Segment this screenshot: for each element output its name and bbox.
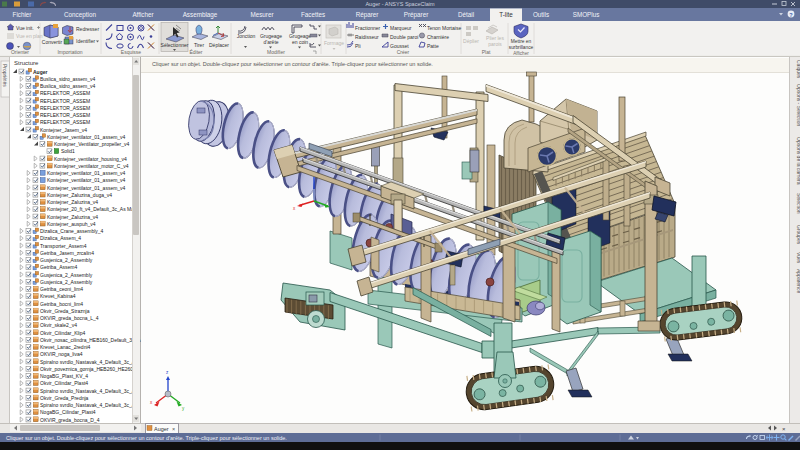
svg-text:Marqueur: Marqueur: [390, 25, 412, 31]
svg-text:Krevet_Kabina4: Krevet_Kabina4: [40, 293, 76, 299]
svg-text:Kontejner_Zaluzina_v4: Kontejner_Zaluzina_v4: [47, 214, 98, 220]
svg-text:Getriba_Jasem_zrcalin4: Getriba_Jasem_zrcalin4: [40, 250, 94, 256]
svg-text:Facettes: Facettes: [301, 11, 325, 18]
svg-text:Esquisse: Esquisse: [121, 49, 142, 55]
svg-text:Getriba_Assem4: Getriba_Assem4: [40, 264, 77, 270]
svg-text:REFLEKTOR_ASSEM: REFLEKTOR_ASSEM: [40, 112, 90, 118]
svg-text:Raidisseur: Raidisseur: [355, 34, 379, 40]
svg-text:Kontejner_20_ft_v4_Default_3c_: Kontejner_20_ft_v4_Default_3c_As Mac: [47, 206, 137, 212]
svg-text:Fichier: Fichier: [13, 11, 32, 18]
svg-text:Spiralno svrdlo_Nastavak_4_Def: Spiralno svrdlo_Nastavak_4_Default_3c_A: [40, 402, 136, 408]
svg-text:REFLEKTOR_ASSEM: REFLEKTOR_ASSEM: [40, 105, 90, 111]
svg-text:z: z: [166, 370, 169, 375]
svg-text:Outils: Outils: [533, 11, 549, 18]
svg-text:×: ×: [172, 426, 175, 432]
svg-text:Vue en plan: Vue en plan: [16, 33, 43, 39]
svg-text:Plat: Plat: [482, 49, 491, 55]
svg-text:Transporter_Assem4: Transporter_Assem4: [40, 243, 87, 249]
svg-text:Spiralno svrdlo_Nastavak_4_Def: Spiralno svrdlo_Nastavak_4_Default_3c_A: [40, 388, 136, 394]
svg-text:Buslica_sidro_assem_v4: Buslica_sidro_assem_v4: [40, 76, 96, 82]
svg-text:NogaBG_Cilindar_Plast4: NogaBG_Cilindar_Plast4: [40, 409, 96, 415]
svg-text:SMOPlus: SMOPlus: [573, 11, 600, 18]
svg-text:Kontejner_ventilator_housing_v: Kontejner_ventilator_housing_v4: [54, 156, 127, 162]
svg-text:Kontejner_ventilator_01_assem_: Kontejner_ventilator_01_assem_v4: [47, 177, 126, 183]
svg-text:Okvir_Cilindar_Klip4: Okvir_Cilindar_Klip4: [40, 330, 86, 336]
svg-text:Charnière: Charnière: [427, 34, 449, 40]
svg-text:Okvir_Greda_Prednja: Okvir_Greda_Prednja: [40, 395, 89, 401]
svg-text:Kontejner_ventilator_01_assem_: Kontejner_ventilator_01_assem_v4: [47, 134, 126, 140]
svg-text:REFLEKTOR_ASSEM: REFLEKTOR_ASSEM: [40, 98, 90, 104]
svg-text:Okvir_nosac_cilindra_HEB160_De: Okvir_nosac_cilindra_HEB160_Default_3c_A: [40, 337, 141, 343]
svg-text:Spiralno svrdlo_Nastavak_4_Def: Spiralno svrdlo_Nastavak_4_Default_3c_A: [40, 359, 136, 365]
svg-text:×: ×: [782, 426, 786, 432]
svg-text:Mesurer: Mesurer: [250, 11, 273, 18]
svg-text:Tirer: Tirer: [194, 42, 204, 48]
svg-text:Dizalica_Crane_assembly_4: Dizalica_Crane_assembly_4: [40, 228, 104, 234]
svg-text:Krevet_Lanac_2redni4: Krevet_Lanac_2redni4: [40, 344, 91, 350]
svg-text:Afficher: Afficher: [132, 11, 153, 18]
svg-text:REFLEKTOR_ASSEM: REFLEKTOR_ASSEM: [40, 90, 90, 96]
svg-text:REFLEKTOR_ASSEM: REFLEKTOR_ASSEM: [40, 119, 90, 125]
svg-text:Sélection: Sélection: [796, 193, 800, 214]
svg-text:Formage: Formage: [324, 40, 344, 46]
svg-text:d'arête: d'arête: [263, 39, 278, 45]
svg-text:Modifier: Modifier: [267, 49, 285, 55]
svg-text:Tenon Mortaise: Tenon Mortaise: [427, 25, 461, 31]
svg-text:Kontejner_ventilator_01_assem_: Kontejner_ventilator_01_assem_v4: [47, 170, 126, 176]
svg-text:Kontejner_auspuh_v4: Kontejner_auspuh_v4: [47, 221, 96, 227]
svg-text:Options de la caméra: Options de la caméra: [796, 137, 800, 185]
svg-text:Importation: Importation: [57, 49, 82, 55]
svg-text:Mettre en: Mettre en: [511, 39, 532, 44]
svg-text:y: y: [182, 406, 185, 411]
svg-text:Réparer: Réparer: [356, 11, 379, 19]
svg-text:Okvir_poveznica_gornja_HEB260_: Okvir_poveznica_gornja_HEB260_HE260B: [40, 366, 137, 372]
svg-text:Gusjenica_2_Assembly: Gusjenica_2_Assembly: [40, 272, 93, 278]
svg-text:Afficher: Afficher: [513, 51, 529, 56]
svg-text:Sélectionner: Sélectionner: [161, 42, 189, 48]
svg-text:Jonction: Jonction: [237, 33, 256, 39]
svg-text:OKVIR_greda_bocna_D_4: OKVIR_greda_bocna_D_4: [40, 417, 100, 423]
svg-text:Pli: Pli: [355, 43, 361, 49]
svg-text:Éditer: Éditer: [189, 49, 202, 55]
svg-text:Getriba_bocni_lim4: Getriba_bocni_lim4: [40, 301, 83, 307]
svg-text:Solid1: Solid1: [61, 148, 75, 154]
svg-text:Okvir_skale2_v4: Okvir_skale2_v4: [40, 322, 77, 328]
svg-text:OKVIR_noga_liva4: OKVIR_noga_liva4: [40, 351, 83, 357]
svg-text:Apparence: Apparence: [796, 269, 800, 293]
svg-text:Kontejner_Ventilator_propeller: Kontejner_Ventilator_propeller_v4: [54, 141, 130, 147]
svg-text:en coin: en coin: [292, 39, 308, 45]
svg-text:surbrillance: surbrillance: [509, 45, 534, 50]
svg-text:Gusjenica_2_Assembly: Gusjenica_2_Assembly: [40, 279, 93, 285]
svg-text:Auger - ANSYS SpaceClaim: Auger - ANSYS SpaceClaim: [365, 1, 435, 7]
svg-text:Okvir_Cilindar_Plast4: Okvir_Cilindar_Plast4: [40, 380, 88, 386]
svg-text:parois: parois: [488, 41, 502, 47]
svg-text:Calques: Calques: [796, 60, 800, 79]
svg-text:T-lite: T-lite: [499, 11, 513, 18]
svg-text:Auger: Auger: [33, 69, 48, 75]
svg-text:Structure: Structure: [14, 60, 39, 66]
svg-text:Orienter: Orienter: [11, 49, 29, 55]
svg-text:Convertir: Convertir: [42, 39, 63, 45]
svg-text:x: x: [150, 400, 153, 405]
svg-text:Fractionner: Fractionner: [355, 25, 381, 31]
svg-text:Préparer: Préparer: [404, 11, 429, 19]
svg-text:Gusjenica_2_Assembly: Gusjenica_2_Assembly: [40, 257, 93, 263]
svg-text:Double paroi: Double paroi: [390, 34, 418, 40]
svg-text:Détail: Détail: [458, 11, 474, 18]
svg-text:Kontejner_ventilator_01_assem_: Kontejner_ventilator_01_assem_v4: [47, 185, 126, 191]
svg-text:Déplacer: Déplacer: [209, 42, 229, 48]
svg-text:Vue init.: Vue init.: [16, 25, 34, 31]
svg-text:Buslica_sidro_assem_v4: Buslica_sidro_assem_v4: [40, 83, 96, 89]
svg-text:Okvir_Greda_Straznja: Okvir_Greda_Straznja: [40, 308, 90, 314]
svg-text:Options - Sélection: Options - Sélection: [796, 84, 800, 126]
svg-text:Kontejner_Zaluzina_v4: Kontejner_Zaluzina_v4: [47, 199, 98, 205]
svg-text:Créer: Créer: [397, 49, 410, 55]
svg-text:x: x: [293, 206, 296, 211]
svg-text:Getriba_ceoni_lim4: Getriba_ceoni_lim4: [40, 286, 83, 292]
svg-text:OKVIR_greda_bocna_L_4: OKVIR_greda_bocna_L_4: [40, 315, 99, 321]
svg-text:Kontejner_ventilator_motor_C_v: Kontejner_ventilator_motor_C_v4: [54, 163, 129, 169]
svg-text:Kontejner_Jasem_v4: Kontejner_Jasem_v4: [40, 127, 87, 133]
svg-text:NogaBG_Plast_KV_4: NogaBG_Plast_KV_4: [40, 373, 88, 379]
svg-text:Cliquer sur un objet. Double-c: Cliquer sur un objet. Double-cliquez pou…: [6, 435, 287, 441]
svg-text:Assemblage: Assemblage: [183, 11, 218, 19]
